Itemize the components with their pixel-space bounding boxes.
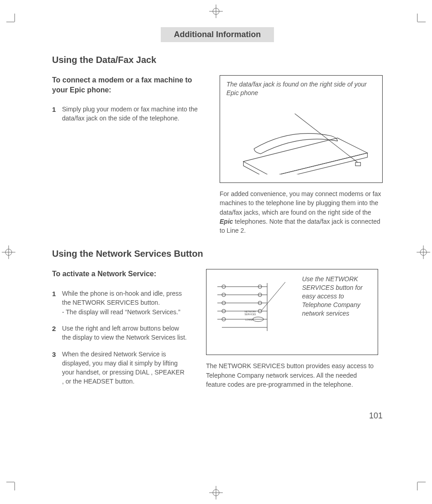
step-text: While the phone is on-hook and idle, pre… (62, 289, 188, 317)
registration-mark-icon (2, 245, 15, 259)
body-text: For added convenience, you may connect m… (220, 190, 381, 216)
figure-caption: The data/fax jack is found on the right … (226, 80, 376, 97)
registration-mark-icon (417, 245, 430, 259)
figure-box: The data/fax jack is found on the right … (220, 75, 383, 183)
svg-line-36 (262, 282, 285, 310)
step-text: Simply plug your modem or fax machine in… (62, 105, 202, 123)
keypad-illustration-icon: NETWORK SERVICES LOWER (213, 274, 290, 342)
svg-rect-12 (355, 162, 360, 166)
crop-mark (14, 14, 15, 22)
svg-line-13 (295, 114, 358, 163)
step-number: 3 (52, 350, 62, 386)
crop-mark (418, 482, 426, 482)
crop-mark (417, 482, 418, 490)
section-subtitle: To connect a modem or a fax machine to y… (52, 75, 202, 95)
registration-mark-icon (209, 5, 223, 18)
step-item: 2 Use the right and left arrow buttons b… (52, 324, 188, 342)
section-subtitle: To activate a Network Service: (52, 269, 188, 279)
body-text-em: Epic (220, 218, 233, 225)
figure-box: Use the NETWORK SERVICES button for easy… (206, 269, 378, 355)
step-item: 1 While the phone is on-hook and idle, p… (52, 289, 188, 317)
body-paragraph: The NETWORK SERVICES button provides eas… (206, 361, 378, 389)
button-label: LOWER (245, 318, 254, 321)
section-title: Using the Network Services Button (52, 249, 383, 259)
step-number: 1 (52, 289, 62, 317)
step-number: 1 (52, 105, 62, 123)
button-label: SERVICES (245, 313, 256, 316)
page-number: 101 (369, 411, 383, 421)
step-text: When the desired Network Service is disp… (62, 350, 188, 386)
step-item: 1 Simply plug your modem or fax machine … (52, 105, 202, 123)
phone-illustration-icon (226, 97, 376, 174)
crop-mark (418, 22, 426, 22)
step-item: 3 When the desired Network Service is di… (52, 350, 188, 386)
crop-mark (6, 482, 14, 482)
chapter-header: Additional Information (161, 27, 274, 42)
crop-mark (417, 14, 418, 22)
step-text: Use the right and left arrow buttons bel… (62, 324, 188, 342)
step-number: 2 (52, 324, 62, 342)
figure-caption: Use the NETWORK SERVICES button for easy… (302, 275, 372, 317)
body-text: tele­phones. Note that the data/fax jack… (220, 218, 380, 234)
crop-mark (14, 482, 15, 490)
section-title: Using the Data/Fax Jack (52, 55, 383, 65)
body-paragraph: For added convenience, you may connect m… (220, 189, 383, 235)
crop-mark (6, 22, 14, 22)
registration-mark-icon (209, 486, 223, 499)
